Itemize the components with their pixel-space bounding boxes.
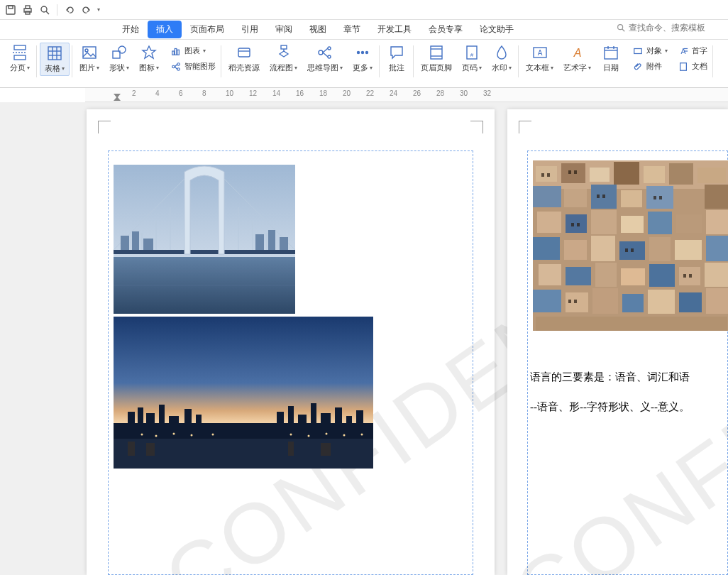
- qat-dropdown-icon[interactable]: ▾: [97, 6, 100, 13]
- svg-rect-165: [653, 196, 656, 199]
- svg-line-28: [175, 64, 177, 67]
- attachment-button[interactable]: 附件: [629, 60, 671, 73]
- tab-insert[interactable]: 插入: [148, 21, 182, 38]
- document-page-1[interactable]: CONFIDENTIAL: [87, 109, 495, 575]
- tab-member[interactable]: 会员专享: [420, 21, 471, 38]
- flowchart-icon: [275, 44, 292, 61]
- save-icon[interactable]: [4, 4, 17, 16]
- horizontal-ruler[interactable]: 2468101214161820222426283032: [85, 88, 728, 102]
- svg-rect-118: [590, 168, 610, 182]
- icon-button[interactable]: 图标▾: [135, 43, 163, 75]
- tab-start[interactable]: 开始: [114, 21, 148, 38]
- ruler-tick: 28: [436, 89, 444, 97]
- redo-icon[interactable]: [80, 4, 93, 16]
- picture-label: 图片: [79, 62, 95, 73]
- ruler-tick: 32: [483, 89, 491, 97]
- table-icon: [46, 45, 63, 62]
- watermark-button[interactable]: 水印▾: [487, 43, 516, 75]
- tab-dev[interactable]: 开发工具: [369, 21, 420, 38]
- mindmap-button[interactable]: 思维导图▾: [303, 43, 347, 75]
- svg-rect-75: [132, 231, 139, 250]
- tab-chapter[interactable]: 章节: [335, 21, 369, 38]
- svg-point-109: [361, 434, 363, 436]
- svg-rect-110: [128, 442, 135, 456]
- command-search-input[interactable]: [629, 23, 721, 33]
- document-page-2[interactable]: CONFIDENTIAL 语言的三要素: [507, 109, 728, 575]
- more-button[interactable]: 更多▾: [348, 43, 377, 75]
- print-icon[interactable]: [21, 4, 34, 16]
- svg-rect-30: [238, 48, 250, 57]
- undo-icon[interactable]: [63, 4, 76, 16]
- svg-rect-113: [321, 443, 331, 456]
- page-break-label: 分页: [10, 62, 26, 73]
- svg-rect-170: [631, 248, 634, 252]
- svg-rect-164: [602, 195, 605, 198]
- svg-rect-121: [669, 163, 693, 185]
- svg-rect-61: [114, 165, 295, 257]
- ribbon-tab-bar: 开始 插入 页面布局 引用 审阅 视图 章节 开发工具 会员专享 论文助手: [0, 20, 728, 40]
- tab-thesis[interactable]: 论文助手: [471, 21, 522, 38]
- header-footer-button[interactable]: 页眉页脚: [417, 43, 456, 75]
- svg-rect-139: [591, 236, 615, 261]
- ribbon: 分页▾ 表格▾ 图片▾ 形状▾ 图标▾ 图表▾ 智能图形: [0, 40, 728, 88]
- print-preview-icon[interactable]: [38, 4, 51, 16]
- picture-button[interactable]: 图片▾: [75, 43, 104, 75]
- wordart-button[interactable]: A 艺术字▾: [559, 43, 595, 75]
- wordart-icon: A: [569, 44, 586, 61]
- svg-marker-21: [143, 46, 155, 58]
- docpart-button[interactable]: 文档: [675, 60, 710, 73]
- svg-rect-147: [621, 268, 645, 285]
- page-number-button[interactable]: # 页码▾: [458, 43, 486, 75]
- svg-rect-171: [683, 274, 686, 278]
- shape-button[interactable]: 形状▾: [105, 43, 133, 75]
- tab-view[interactable]: 视图: [301, 21, 335, 38]
- svg-rect-112: [288, 442, 294, 456]
- svg-text:A: A: [573, 47, 581, 59]
- svg-rect-96: [321, 413, 331, 426]
- comment-button[interactable]: 批注: [382, 43, 411, 75]
- ruler-tick: 8: [202, 89, 206, 97]
- tab-review[interactable]: 审阅: [267, 21, 301, 38]
- date-label: 日期: [603, 62, 619, 73]
- svg-rect-85: [128, 412, 135, 426]
- attachment-label: 附件: [646, 61, 662, 72]
- svg-rect-138: [564, 240, 587, 260]
- paragraph-text[interactable]: 语言的三要素是：语音、词汇和语 --语音、形--字符形状、义--意义。: [530, 362, 728, 422]
- svg-rect-86: [138, 407, 143, 426]
- dropcap-button[interactable]: A首字: [675, 45, 710, 58]
- command-search[interactable]: [616, 23, 721, 33]
- page-break-button[interactable]: 分页▾: [6, 43, 34, 75]
- indent-marker-icon[interactable]: [114, 94, 121, 102]
- svg-rect-145: [566, 267, 591, 285]
- page-number-icon: #: [463, 44, 480, 61]
- svg-line-29: [175, 67, 177, 70]
- svg-point-34: [319, 50, 323, 55]
- docer-button[interactable]: 稻壳资源: [224, 43, 264, 75]
- shape-label: 形状: [109, 62, 125, 73]
- svg-point-106: [308, 435, 310, 437]
- svg-rect-131: [566, 214, 587, 233]
- svg-point-107: [326, 433, 328, 435]
- svg-rect-167: [571, 223, 574, 226]
- chart-button[interactable]: 图表▾: [167, 45, 219, 58]
- smartart-button[interactable]: 智能图形: [167, 60, 219, 73]
- svg-point-20: [118, 46, 126, 53]
- svg-point-39: [358, 52, 360, 54]
- icon-label: 图标: [139, 62, 155, 73]
- inserted-image-bridge[interactable]: [114, 165, 295, 314]
- table-button[interactable]: 表格▾: [40, 43, 70, 76]
- tab-layout[interactable]: 页面布局: [182, 21, 233, 38]
- inserted-image-city[interactable]: [533, 160, 728, 331]
- chart-icon: [170, 45, 182, 57]
- svg-line-37: [323, 48, 328, 53]
- tab-reference[interactable]: 引用: [233, 21, 267, 38]
- flowchart-button[interactable]: 流程图▾: [265, 43, 302, 75]
- inserted-image-skyline[interactable]: [114, 317, 373, 469]
- date-button[interactable]: 日期: [597, 43, 625, 75]
- svg-rect-143: [706, 236, 728, 261]
- object-button[interactable]: 对象▾: [629, 45, 671, 58]
- textbox-button[interactable]: A 文本框▾: [522, 43, 558, 75]
- svg-rect-97: [335, 407, 342, 426]
- svg-rect-161: [568, 170, 571, 174]
- svg-rect-151: [533, 290, 561, 312]
